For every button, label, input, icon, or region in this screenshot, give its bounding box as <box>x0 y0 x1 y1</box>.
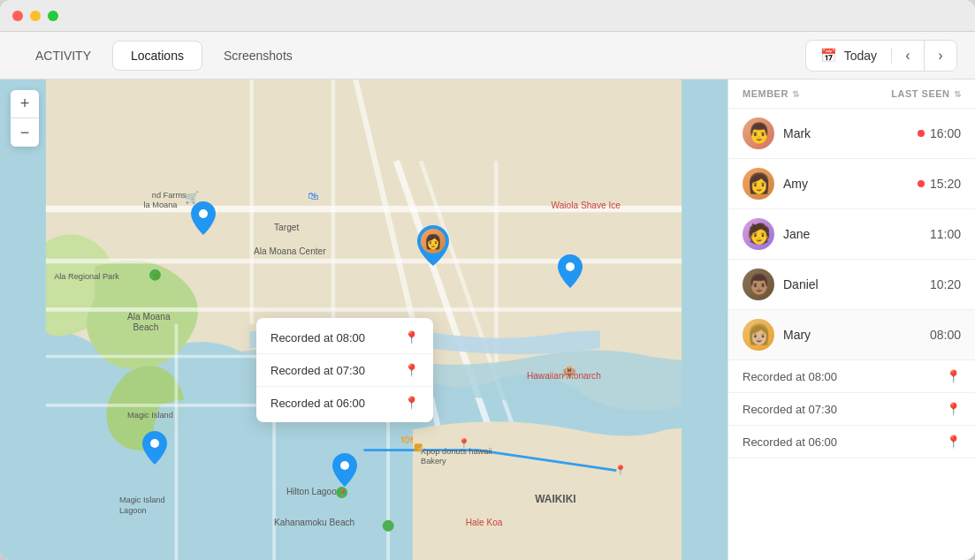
svg-text:🌿: 🌿 <box>152 272 161 280</box>
svg-text:Ala Regional Park: Ala Regional Park <box>54 272 119 281</box>
svg-text:Kahanamoku Beach: Kahanamoku Beach <box>274 518 354 527</box>
avatar-daniel <box>743 269 774 300</box>
maximize-button[interactable] <box>48 11 58 21</box>
svg-text:📍: 📍 <box>614 464 627 476</box>
svg-text:📍: 📍 <box>458 437 470 450</box>
svg-point-48 <box>566 262 575 271</box>
toolbar: ACTIVITY Locations Screenshots 📅 Today ‹… <box>0 32 975 79</box>
close-button[interactable] <box>12 11 23 21</box>
location-icon-2: 📍 <box>404 363 419 377</box>
zoom-out-button[interactable]: − <box>11 118 39 147</box>
member-row-amy[interactable]: Amy 15:20 <box>728 159 975 209</box>
member-name-jane: Jane <box>783 227 921 241</box>
svg-text:Ala Moana: Ala Moana <box>127 312 171 322</box>
main-area: Target Ala Moana Center Waiola Shave Ice… <box>0 79 975 560</box>
svg-text:la Moana: la Moana <box>144 201 179 209</box>
svg-text:📍: 📍 <box>339 489 347 497</box>
avatar-jane <box>743 218 774 250</box>
zoom-in-button[interactable]: + <box>11 90 39 118</box>
svg-text:nd Farms: nd Farms <box>152 191 187 200</box>
svg-point-46 <box>199 209 208 218</box>
lastseen-sort-icon[interactable]: ⇅ <box>954 89 962 99</box>
sub-location-icon-1: 📍 <box>946 369 961 383</box>
sub-location-icon-3: 📍 <box>946 435 961 449</box>
svg-text:Waiola Shave Ice: Waiola Shave Ice <box>552 201 621 210</box>
sub-row-3[interactable]: Recorded at 06:00 📍 <box>728 426 975 458</box>
sub-location-icon-2: 📍 <box>946 402 961 416</box>
avatar-amy <box>743 168 774 200</box>
popup-row-2[interactable]: Recorded at 07:30 📍 <box>256 354 433 387</box>
date-label: 📅 Today <box>806 48 892 64</box>
member-time-daniel: 10:20 <box>930 277 961 291</box>
next-date-button[interactable]: › <box>925 40 956 72</box>
map-area[interactable]: Target Ala Moana Center Waiola Shave Ice… <box>0 79 727 560</box>
app-window: ACTIVITY Locations Screenshots 📅 Today ‹… <box>0 0 975 560</box>
tab-activity[interactable]: ACTIVITY <box>18 42 109 70</box>
svg-point-49 <box>150 439 159 448</box>
member-row-mark[interactable]: Mark 16:00 <box>728 109 975 159</box>
svg-text:Magic Island: Magic Island <box>127 411 173 420</box>
member-row-jane[interactable]: Jane 11:00 <box>728 209 975 260</box>
prev-date-button[interactable]: ‹ <box>892 40 924 72</box>
pin-amy[interactable]: 👩 <box>417 225 449 269</box>
right-panel: MEMBER ⇅ LAST SEEN ⇅ Mark 16:00 <box>727 79 975 560</box>
tab-locations[interactable]: Locations <box>112 41 202 71</box>
member-name-amy: Amy <box>783 177 909 191</box>
title-bar <box>0 0 975 32</box>
location-icon-3: 📍 <box>404 396 419 410</box>
member-time-jane: 11:00 <box>930 227 961 241</box>
svg-rect-7 <box>249 79 254 324</box>
svg-text:🍴: 🍴 <box>416 445 425 453</box>
svg-text:Magic Island: Magic Island <box>119 496 165 504</box>
member-row-daniel[interactable]: Daniel 10:20 <box>728 260 975 310</box>
last-seen-header: LAST SEEN ⇅ <box>891 88 961 99</box>
svg-text:Lagoon: Lagoon <box>119 506 147 515</box>
sub-row-text-1: Recorded at 08:00 <box>743 370 939 383</box>
member-header: MEMBER ⇅ <box>743 88 891 99</box>
sub-row-text-3: Recorded at 06:00 <box>743 435 939 449</box>
minimize-button[interactable] <box>30 11 41 21</box>
svg-text:Kpop donuts hawaii: Kpop donuts hawaii <box>421 447 491 456</box>
pin-3[interactable] <box>558 254 583 291</box>
member-time-amy: 15:20 <box>918 177 961 191</box>
map-popup: Recorded at 08:00 📍 Recorded at 07:30 📍 … <box>256 318 433 422</box>
avatar-mark <box>743 117 774 149</box>
svg-text:Bakery: Bakery <box>421 457 446 465</box>
svg-text:Ala Moana Center: Ala Moana Center <box>254 246 326 256</box>
svg-text:Target: Target <box>274 223 299 232</box>
svg-text:🏨: 🏨 <box>562 364 577 378</box>
sub-row-2[interactable]: Recorded at 07:30 📍 <box>728 393 975 426</box>
pin-1[interactable] <box>191 201 216 238</box>
tab-screenshots[interactable]: Screenshots <box>206 42 310 70</box>
online-indicator-amy <box>918 180 925 187</box>
svg-rect-2 <box>46 259 682 264</box>
pin-5[interactable] <box>332 453 357 490</box>
svg-text:WAIKIKI: WAIKIKI <box>535 493 576 505</box>
svg-point-50 <box>340 461 349 470</box>
svg-point-39 <box>383 520 394 532</box>
member-sort-icon[interactable]: ⇅ <box>792 89 800 99</box>
map-controls: + − <box>11 90 39 147</box>
calendar-icon: 📅 <box>820 48 837 64</box>
svg-text:Hale Koa: Hale Koa <box>466 518 503 527</box>
svg-rect-9 <box>494 161 499 365</box>
member-name-mary: Mary <box>783 328 921 342</box>
member-name-mark: Mark <box>783 126 909 140</box>
member-row-mary[interactable]: Mary 08:00 <box>728 310 975 360</box>
date-nav: 📅 Today ‹ › <box>805 40 957 72</box>
popup-row-1[interactable]: Recorded at 08:00 📍 <box>256 322 433 354</box>
date-text: Today <box>844 49 877 63</box>
svg-text:Beach: Beach <box>133 322 159 332</box>
sub-row-text-2: Recorded at 07:30 <box>743 403 939 416</box>
location-icon-1: 📍 <box>404 330 419 344</box>
popup-row-3[interactable]: Recorded at 06:00 📍 <box>256 387 433 419</box>
member-name-daniel: Daniel <box>783 277 921 291</box>
pin-4[interactable] <box>142 431 167 468</box>
svg-text:🛍: 🛍 <box>308 190 318 202</box>
avatar-mary <box>743 319 774 351</box>
online-indicator-mark <box>918 130 925 137</box>
traffic-lights <box>12 11 58 21</box>
panel-header: MEMBER ⇅ LAST SEEN ⇅ <box>728 79 975 109</box>
svg-text:🍽: 🍽 <box>401 433 413 446</box>
sub-row-1[interactable]: Recorded at 08:00 📍 <box>728 360 975 393</box>
